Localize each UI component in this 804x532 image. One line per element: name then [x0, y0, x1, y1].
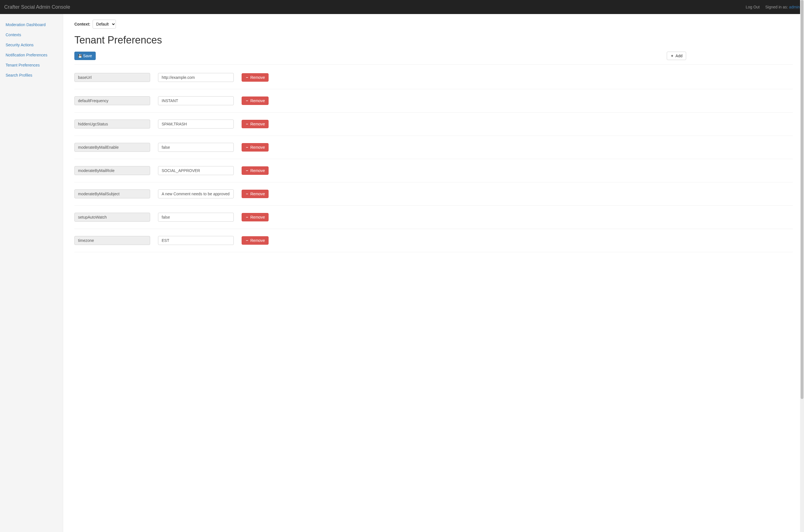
scrollbar-thumb[interactable] — [801, 0, 803, 399]
navbar-brand: Crafter Social Admin Console — [4, 4, 70, 10]
sidebar-item-contexts[interactable]: Contexts — [0, 30, 63, 40]
remove-button[interactable]: Remove — [242, 73, 269, 82]
save-label: Save — [83, 54, 92, 58]
remove-button[interactable]: Remove — [242, 213, 269, 222]
pref-key-input[interactable] — [74, 143, 150, 152]
pref-row: Remove — [74, 159, 793, 183]
save-button[interactable]: Save — [74, 52, 96, 60]
pref-value-input[interactable] — [158, 213, 234, 222]
sidebar-link[interactable]: Tenant Preferences — [6, 63, 40, 67]
signed-in-user-link[interactable]: admin — [789, 5, 800, 9]
sidebar-item-search[interactable]: Search Profiles — [0, 70, 63, 80]
pref-key-input[interactable] — [74, 189, 150, 198]
sidebar-link[interactable]: Security Actions — [6, 43, 34, 47]
pref-value-input[interactable] — [158, 189, 234, 198]
sidebar-item-security[interactable]: Security Actions — [0, 40, 63, 50]
pref-value-input[interactable] — [158, 119, 234, 129]
remove-button[interactable]: Remove — [242, 190, 269, 198]
sidebar-link[interactable]: Moderation Dashboard — [6, 22, 45, 27]
signed-in-prefix: Signed in as: — [765, 5, 789, 9]
pref-value-input[interactable] — [158, 73, 234, 82]
pref-value-input[interactable] — [158, 96, 234, 105]
sidebar-item-tenant[interactable]: Tenant Preferences — [0, 60, 63, 70]
minus-icon — [245, 168, 249, 173]
remove-label: Remove — [250, 192, 265, 196]
remove-label: Remove — [250, 75, 265, 80]
minus-icon — [245, 238, 249, 243]
sidebar-item-moderation[interactable]: Moderation Dashboard — [0, 20, 63, 30]
sidebar-link[interactable]: Notification Preferences — [6, 53, 47, 57]
remove-button[interactable]: Remove — [242, 96, 269, 105]
remove-button[interactable]: Remove — [242, 143, 269, 152]
sidebar-link[interactable]: Contexts — [6, 33, 21, 37]
remove-label: Remove — [250, 122, 265, 126]
pref-row: Remove — [74, 136, 793, 159]
pref-key-input[interactable] — [74, 119, 150, 129]
plus-icon — [670, 54, 674, 58]
navbar: Crafter Social Admin Console Log Out Sig… — [0, 0, 804, 14]
pref-row: Remove — [74, 113, 793, 136]
preferences-list: RemoveRemoveRemoveRemoveRemoveRemoveRemo… — [74, 70, 793, 252]
remove-label: Remove — [250, 145, 265, 150]
remove-label: Remove — [250, 215, 265, 220]
scrollbar-track[interactable] — [800, 0, 804, 532]
pref-row: Remove — [74, 70, 793, 89]
pref-key-input[interactable] — [74, 96, 150, 105]
add-button[interactable]: Add — [667, 52, 686, 60]
remove-button[interactable]: Remove — [242, 236, 269, 245]
page-title: Tenant Preferences — [74, 34, 793, 46]
action-row: Save Add — [74, 52, 793, 64]
pref-key-input[interactable] — [74, 73, 150, 82]
minus-icon — [245, 122, 249, 126]
remove-button[interactable]: Remove — [242, 120, 269, 128]
pref-value-input[interactable] — [158, 166, 234, 175]
save-icon — [78, 54, 81, 58]
minus-icon — [245, 215, 249, 220]
sidebar-link[interactable]: Search Profiles — [6, 73, 32, 77]
pref-row: Remove — [74, 206, 793, 229]
minus-icon — [245, 145, 249, 150]
pref-row: Remove — [74, 89, 793, 113]
signed-in-text: Signed in as: admin — [765, 5, 800, 9]
context-row: Context: Default — [74, 20, 793, 28]
pref-key-input[interactable] — [74, 236, 150, 245]
pref-value-input[interactable] — [158, 143, 234, 152]
pref-value-input[interactable] — [158, 236, 234, 245]
sidebar-list: Moderation Dashboard Contexts Security A… — [0, 20, 63, 80]
remove-button[interactable]: Remove — [242, 166, 269, 175]
minus-icon — [245, 75, 249, 80]
pref-key-input[interactable] — [74, 166, 150, 175]
sidebar: Moderation Dashboard Contexts Security A… — [0, 14, 63, 532]
add-label: Add — [675, 54, 683, 58]
minus-icon — [245, 98, 249, 103]
navbar-right: Log Out Signed in as: admin — [746, 5, 800, 9]
pref-row: Remove — [74, 183, 793, 206]
minus-icon — [245, 192, 249, 196]
pref-row: Remove — [74, 229, 793, 252]
remove-label: Remove — [250, 238, 265, 243]
sidebar-item-notification[interactable]: Notification Preferences — [0, 50, 63, 60]
context-select[interactable]: Default — [93, 20, 116, 28]
remove-label: Remove — [250, 98, 265, 103]
remove-label: Remove — [250, 168, 265, 173]
context-label: Context: — [74, 22, 90, 26]
logout-link[interactable]: Log Out — [746, 5, 760, 9]
pref-key-input[interactable] — [74, 213, 150, 222]
main-content: Context: Default Tenant Preferences Save… — [63, 14, 804, 532]
